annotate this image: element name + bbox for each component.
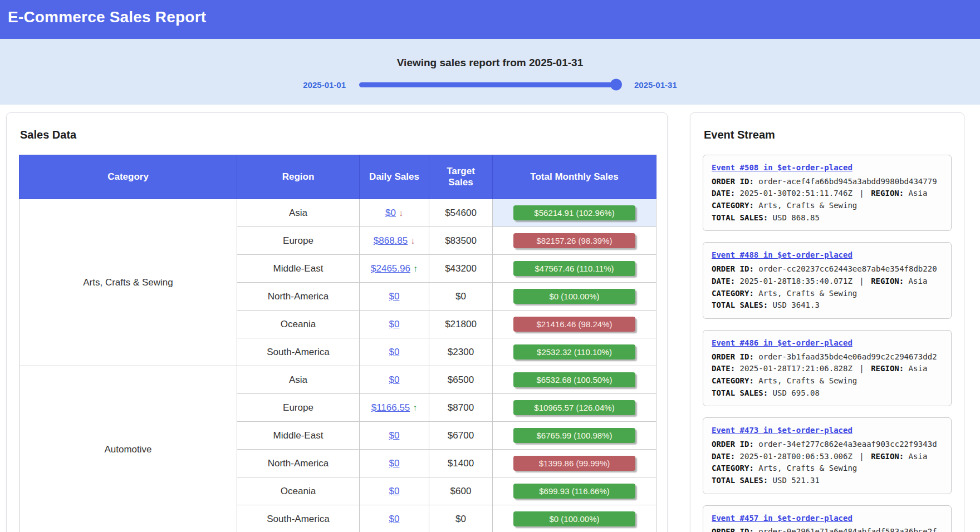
daily-sales-link[interactable]: $0: [389, 514, 400, 524]
date-value: 2025-01-28T00:06:53.006Z: [740, 452, 857, 461]
main-content: Sales Data CategoryRegionDaily SalesTarg…: [0, 105, 980, 532]
daily-sales-cell: $0: [360, 283, 429, 311]
total-sales-badge: $47567.46 (110.11%): [513, 261, 635, 276]
region-value: Asia: [909, 452, 928, 461]
total-monthly-sales-cell: $1399.86 (99.99%): [493, 450, 656, 477]
daily-sales-link[interactable]: $0: [385, 208, 396, 218]
date-label: DATE:: [712, 364, 740, 373]
slider-max-label: 2025-01-31: [634, 80, 677, 90]
event-category-line: CATEGORY: Arts, Crafts & Sewing: [712, 200, 943, 212]
daily-sales-cell: $0: [360, 422, 429, 450]
daily-sales-link[interactable]: $2465.96: [371, 263, 410, 274]
event-link[interactable]: Event #457 in $et-order-placed: [712, 513, 852, 525]
event-card: Event #508 in $et-order-placedORDER ID: …: [703, 155, 952, 231]
daily-sales-cell: $868.85↓: [360, 227, 429, 255]
region-value: Asia: [909, 364, 928, 373]
event-link[interactable]: Event #508 in $et-order-placed: [712, 162, 852, 174]
order-id-label: ORDER ID:: [712, 264, 758, 273]
target-sales-cell: $2300: [429, 338, 493, 366]
event-date-region-line: DATE: 2025-01-28T00:06:53.006Z | REGION:…: [712, 451, 943, 463]
total-sales-badge: $10965.57 (126.04%): [513, 400, 635, 415]
category-cell: Arts, Crafts & Sewing: [19, 199, 237, 366]
total-sales-label: TOTAL SALES:: [712, 301, 773, 309]
total-sales-badge: $1399.86 (99.99%): [513, 456, 635, 471]
event-stream-heading: Event Stream: [704, 129, 952, 141]
daily-sales-cell: $0: [360, 311, 429, 338]
order-id-label: ORDER ID:: [712, 177, 758, 186]
daily-sales-link[interactable]: $0: [389, 291, 400, 302]
total-monthly-sales-cell: $6765.99 (100.98%): [493, 422, 656, 450]
order-id-label: ORDER ID:: [712, 352, 758, 361]
event-total-sales-line: TOTAL SALES: USD 3641.3: [712, 299, 943, 312]
daily-sales-link[interactable]: $0: [389, 430, 400, 441]
event-order-id-line: ORDER ID: order-3b1faad35bde4e06ad99c2c2…: [712, 351, 943, 363]
category-value: Arts, Crafts & Sewing: [758, 201, 857, 210]
category-label: CATEGORY:: [712, 289, 758, 298]
trend-down-icon: ↓: [399, 208, 403, 218]
app-header: E-Commerce Sales Report: [0, 0, 980, 39]
event-order-id-line: ORDER ID: order-34ef277c862e4a3eaaf903cc…: [712, 439, 943, 451]
category-value: Arts, Crafts & Sewing: [758, 289, 857, 298]
daily-sales-link[interactable]: $0: [389, 347, 400, 357]
date-slider[interactable]: [359, 82, 621, 87]
daily-sales-link[interactable]: $0: [389, 375, 400, 385]
total-sales-badge: $0 (100.00%): [513, 289, 635, 304]
daily-sales-link[interactable]: $1166.55: [371, 402, 410, 413]
category-value: Arts, Crafts & Sewing: [758, 376, 857, 385]
event-total-sales-line: TOTAL SALES: USD 521.31: [712, 475, 943, 487]
daily-sales-cell: $0: [360, 450, 429, 477]
daily-sales-link[interactable]: $0: [389, 458, 400, 469]
total-sales-badge: $21416.46 (98.24%): [513, 317, 635, 332]
event-card: Event #473 in $et-order-placedORDER ID: …: [703, 417, 952, 494]
sales-table-header: CategoryRegionDaily SalesTarget SalesTot…: [19, 155, 656, 199]
total-sales-badge: $6532.68 (100.50%): [513, 372, 635, 387]
trend-up-icon: ↑: [413, 403, 417, 412]
region-cell: North-America: [237, 283, 360, 311]
daily-sales-cell: $0: [360, 477, 429, 505]
order-id-value: order-0e2961e71a6e484abfadf583a36bce2f: [758, 527, 937, 532]
event-order-id-line: ORDER ID: order-0e2961e71a6e484abfadf583…: [712, 526, 943, 532]
sales-table-row: Arts, Crafts & SewingAsia$0↓$54600$56214…: [19, 199, 656, 227]
date-slider-thumb[interactable]: [610, 79, 622, 91]
target-sales-cell: $1400: [429, 450, 493, 477]
total-monthly-sales-cell: $21416.46 (98.24%): [493, 311, 656, 338]
daily-sales-link[interactable]: $0: [389, 319, 400, 329]
event-total-sales-line: TOTAL SALES: USD 868.85: [712, 212, 943, 224]
category-label: CATEGORY:: [712, 201, 758, 210]
total-monthly-sales-cell: $47567.46 (110.11%): [493, 255, 656, 283]
daily-sales-link[interactable]: $868.85: [374, 235, 408, 246]
column-header-daily-sales: Daily Sales: [360, 155, 429, 199]
daily-sales-cell: $0↓: [360, 199, 429, 227]
separator: |: [857, 364, 866, 373]
event-order-id-line: ORDER ID: order-acef4fa66bd945a3abdd9980…: [712, 176, 943, 188]
target-sales-cell: $54600: [429, 199, 493, 227]
event-link[interactable]: Event #473 in $et-order-placed: [712, 425, 852, 437]
event-link[interactable]: Event #486 in $et-order-placed: [712, 337, 852, 349]
event-category-line: CATEGORY: Arts, Crafts & Sewing: [712, 462, 943, 475]
order-id-value: order-3b1faad35bde4e06ad99c2c294673dd2: [758, 352, 937, 361]
order-id-label: ORDER ID:: [712, 440, 758, 449]
date-value: 2025-01-28T17:21:06.828Z: [740, 364, 857, 373]
event-link[interactable]: Event #488 in $et-order-placed: [712, 249, 852, 262]
separator: |: [857, 452, 866, 461]
region-cell: Asia: [237, 366, 360, 394]
target-sales-cell: $8700: [429, 394, 493, 422]
event-date-region-line: DATE: 2025-01-30T02:51:11.746Z | REGION:…: [712, 188, 943, 200]
total-sales-value: USD 521.31: [773, 476, 820, 485]
event-category-line: CATEGORY: Arts, Crafts & Sewing: [712, 375, 943, 387]
daily-sales-cell: $2465.96↑: [360, 255, 429, 283]
daily-sales-link[interactable]: $0: [389, 486, 400, 496]
region-label: REGION:: [866, 189, 909, 198]
category-value: Arts, Crafts & Sewing: [758, 464, 857, 472]
total-monthly-sales-cell: $56214.91 (102.96%): [493, 199, 656, 227]
page-title: E-Commerce Sales Report: [8, 8, 206, 31]
column-header-total-monthly-sales: Total Monthly Sales: [493, 155, 656, 199]
total-sales-value: USD 695.08: [773, 388, 820, 397]
region-cell: Middle-East: [237, 422, 360, 450]
total-sales-label: TOTAL SALES:: [712, 213, 773, 222]
target-sales-cell: $21800: [429, 311, 493, 338]
trend-up-icon: ↑: [413, 264, 418, 273]
region-cell: South-America: [237, 338, 360, 366]
region-cell: Middle-East: [237, 255, 360, 283]
total-sales-value: USD 3641.3: [773, 301, 820, 309]
